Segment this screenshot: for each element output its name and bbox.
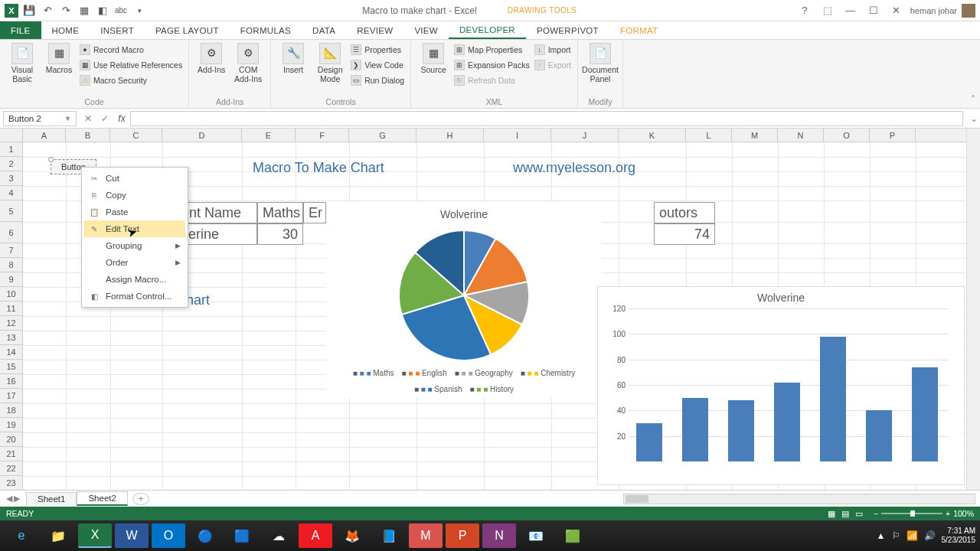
expansion-packs-button[interactable]: ⊞Expansion Packs — [454, 58, 530, 72]
worksheet-grid[interactable]: ABCDEFGHIJKLMNOP 12345678910111213141516… — [0, 129, 980, 490]
properties-button[interactable]: ☰Properties — [351, 43, 404, 57]
onenote-icon[interactable]: N — [482, 523, 516, 548]
firefox-icon[interactable]: 🦊 — [335, 523, 369, 548]
ribbon-display-icon[interactable]: ⬚ — [818, 5, 837, 16]
ctx-copy[interactable]: ⎘Copy — [84, 187, 185, 204]
minimize-icon[interactable]: — — [841, 5, 860, 16]
page-layout-icon[interactable]: ▤ — [838, 509, 852, 518]
user-name[interactable]: heman johar — [910, 6, 957, 15]
adobe-icon[interactable]: A — [299, 523, 332, 548]
tab-file[interactable]: FILE — [0, 21, 41, 39]
column-headers[interactable]: ABCDEFGHIJKLMNOP — [23, 129, 966, 142]
app-icon[interactable]: ☁ — [262, 523, 296, 548]
source-button[interactable]: ▦Source — [417, 43, 449, 75]
com-addins-button[interactable]: ⚙COM Add-Ins — [232, 43, 264, 83]
tab-format[interactable]: FORMAT — [609, 21, 669, 39]
expand-formula-icon[interactable]: ⌄ — [968, 113, 980, 124]
enter-icon[interactable]: ✓ — [96, 113, 113, 124]
undo-icon[interactable]: ↶ — [40, 3, 55, 18]
flag-icon[interactable]: ⚐ — [892, 530, 900, 541]
powerpoint-icon[interactable]: P — [446, 523, 479, 548]
tab-formulas[interactable]: FORMULAS — [230, 21, 302, 39]
design-mode-button[interactable]: 📐Design Mode — [314, 43, 346, 83]
volume-icon[interactable]: 🔊 — [924, 530, 936, 541]
view-code-button[interactable]: ❯View Code — [351, 58, 404, 72]
app-icon[interactable]: 🟦 — [225, 523, 259, 548]
tray-up-icon[interactable]: ▲ — [877, 530, 886, 541]
record-macro-button[interactable]: ●Record Macro — [80, 43, 182, 57]
qat-btn[interactable]: ▦ — [77, 3, 92, 18]
horizontal-scrollbar[interactable] — [623, 494, 975, 504]
import-button[interactable]: ↓Import — [534, 43, 571, 57]
normal-view-icon[interactable]: ▦ — [825, 509, 838, 518]
select-all-button[interactable] — [0, 129, 23, 142]
sheet-tab-sheet2[interactable]: Sheet2 — [77, 491, 127, 506]
maximize-icon[interactable]: ☐ — [864, 5, 883, 16]
tab-home[interactable]: HOME — [41, 21, 90, 39]
avatar[interactable] — [962, 4, 975, 18]
map-properties-button[interactable]: ⊞Map Properties — [454, 43, 530, 57]
chevron-down-icon[interactable]: ▼ — [64, 115, 71, 122]
add-sheet-button[interactable]: + — [132, 493, 149, 505]
app-icon[interactable]: 📘 — [372, 523, 406, 548]
ctx-cut[interactable]: ✂Cut — [84, 170, 185, 187]
app-icon[interactable]: 📧 — [519, 523, 553, 548]
document-panel-button[interactable]: 📄Document Panel — [584, 43, 616, 83]
qat-btn[interactable]: ◧ — [95, 3, 110, 18]
tab-view[interactable]: VIEW — [403, 21, 449, 39]
tab-page-layout[interactable]: PAGE LAYOUT — [145, 21, 230, 39]
macros-button[interactable]: ▦Macros — [43, 43, 75, 75]
tab-data[interactable]: DATA — [302, 21, 346, 39]
chrome-icon[interactable]: 🔵 — [188, 523, 222, 548]
pie-chart[interactable]: Wolverine ■ Maths■ English■ Geography■ C… — [326, 202, 602, 398]
run-dialog-button[interactable]: ▭Run Dialog — [351, 73, 404, 87]
row-headers[interactable]: 123456789101112131415161718192021222324 — [0, 142, 23, 490]
tab-developer[interactable]: DEVELOPER — [449, 21, 526, 39]
macro-security-button[interactable]: ⚠Macro Security — [80, 73, 182, 87]
page-break-icon[interactable]: ▭ — [852, 509, 866, 518]
ctx-order[interactable]: Order▶ — [84, 254, 185, 271]
formula-input[interactable] — [130, 111, 963, 126]
bar-chart[interactable]: Wolverine 20406080100120 — [597, 286, 965, 485]
sheet-tab-sheet1[interactable]: Sheet1 — [26, 492, 77, 505]
name-box[interactable]: Button 2▼ — [3, 111, 77, 126]
close-icon[interactable]: ✕ — [887, 5, 906, 16]
word-icon[interactable]: W — [115, 523, 149, 548]
chevron-right-icon[interactable]: ▶ — [14, 494, 20, 504]
excel-taskbar-icon[interactable]: X — [78, 523, 112, 548]
ctx-paste[interactable]: 📋Paste — [84, 204, 185, 220]
help-icon[interactable]: ? — [795, 5, 814, 16]
sheet-nav[interactable]: ◀▶ — [0, 494, 26, 504]
tab-insert[interactable]: INSERT — [90, 21, 145, 39]
chevron-left-icon[interactable]: ◀ — [6, 494, 12, 504]
save-icon[interactable]: 💾 — [21, 3, 37, 18]
fx-icon[interactable]: fx — [113, 113, 130, 124]
ctx-assign-macro[interactable]: Assign Macro... — [84, 271, 185, 288]
vertical-scrollbar[interactable] — [966, 129, 980, 490]
export-button[interactable]: ↑Export — [534, 58, 571, 72]
addins-button[interactable]: ⚙Add-Ins — [195, 43, 227, 75]
network-icon[interactable]: 📶 — [906, 530, 918, 541]
system-tray[interactable]: ▲ ⚐ 📶 🔊 7:31 AM5/23/2015 — [877, 527, 975, 545]
tray-clock[interactable]: 7:31 AM5/23/2015 — [942, 527, 976, 545]
relative-references-button[interactable]: ▦Use Relative References — [80, 58, 182, 72]
file-explorer-icon[interactable]: 📁 — [41, 523, 75, 548]
qat-dropdown-icon[interactable]: ▾ — [132, 3, 147, 18]
ie-icon[interactable]: e — [5, 523, 38, 548]
tab-powerpivot[interactable]: POWERPIVOT — [526, 21, 609, 39]
insert-control-button[interactable]: 🔧Insert — [277, 43, 309, 75]
zoom-slider[interactable]: −+100% — [874, 509, 974, 518]
app-icon[interactable]: 🟩 — [556, 523, 590, 548]
refresh-data-button[interactable]: ↻Refresh Data — [454, 73, 530, 87]
collapse-ribbon-icon[interactable]: ˄ — [971, 94, 975, 105]
cancel-icon[interactable]: ✕ — [80, 113, 96, 124]
visual-basic-button[interactable]: 📄Visual Basic — [6, 43, 38, 83]
ctx-edit-text[interactable]: ✎Edit Text — [84, 220, 185, 237]
ctx-grouping[interactable]: Grouping▶ — [84, 237, 185, 254]
qat-btn[interactable]: abc — [113, 3, 129, 18]
view-buttons[interactable]: ▦▤▭ — [825, 509, 866, 518]
tab-review[interactable]: REVIEW — [346, 21, 403, 39]
ctx-format-control[interactable]: ◧Format Control... — [84, 288, 185, 305]
outlook-icon[interactable]: O — [152, 523, 185, 548]
app-icon[interactable]: M — [409, 523, 443, 548]
